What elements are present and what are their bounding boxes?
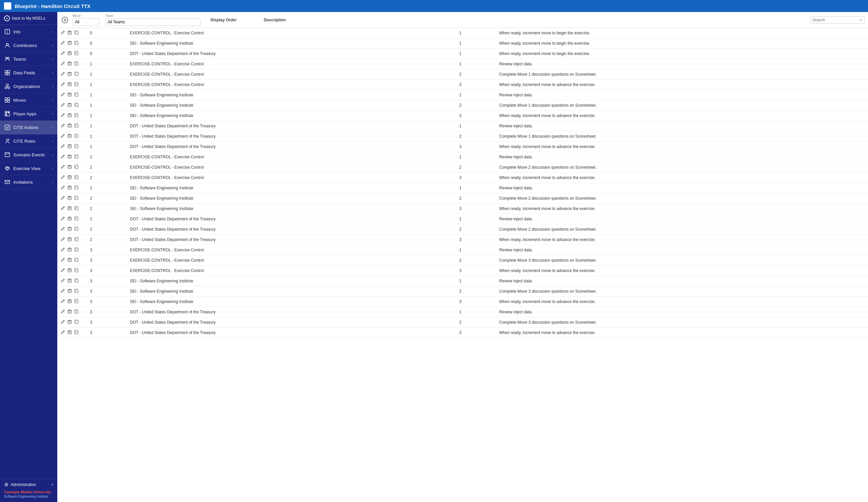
copy-icon[interactable] xyxy=(74,216,79,222)
copy-icon[interactable] xyxy=(74,174,79,181)
sidebar-item-scenario-events[interactable]: Scenario Events › xyxy=(0,148,57,162)
copy-icon[interactable] xyxy=(74,61,79,67)
edit-icon[interactable] xyxy=(60,195,65,202)
delete-icon[interactable] xyxy=(67,236,72,243)
copy-icon[interactable] xyxy=(74,164,79,171)
edit-icon[interactable] xyxy=(60,92,65,98)
copy-icon[interactable] xyxy=(74,92,79,98)
edit-icon[interactable] xyxy=(60,164,65,171)
delete-icon[interactable] xyxy=(67,40,72,47)
edit-icon[interactable] xyxy=(60,61,65,67)
copy-icon[interactable] xyxy=(74,30,79,36)
copy-icon[interactable] xyxy=(74,309,79,315)
copy-icon[interactable] xyxy=(74,81,79,88)
copy-icon[interactable] xyxy=(74,278,79,284)
copy-icon[interactable] xyxy=(74,288,79,295)
collapse-icon[interactable]: « xyxy=(51,483,53,486)
edit-icon[interactable] xyxy=(60,174,65,181)
delete-icon[interactable] xyxy=(67,92,72,98)
edit-icon[interactable] xyxy=(60,102,65,109)
delete-icon[interactable] xyxy=(67,267,72,274)
edit-icon[interactable] xyxy=(60,40,65,47)
copy-icon[interactable] xyxy=(74,143,79,150)
delete-icon[interactable] xyxy=(67,81,72,88)
move-filter-select[interactable]: All 0 1 2 3 xyxy=(73,18,99,26)
edit-icon[interactable] xyxy=(60,50,65,57)
delete-icon[interactable] xyxy=(67,205,72,212)
edit-icon[interactable] xyxy=(60,143,65,150)
delete-icon[interactable] xyxy=(67,329,72,336)
edit-icon[interactable] xyxy=(60,319,65,326)
copy-icon[interactable] xyxy=(74,298,79,305)
sidebar-item-info[interactable]: Info › xyxy=(0,25,57,39)
sidebar-item-teams[interactable]: Teams › xyxy=(0,52,57,66)
delete-icon[interactable] xyxy=(67,216,72,222)
delete-icon[interactable] xyxy=(67,288,72,295)
sidebar-item-data-fields[interactable]: Data Fields › xyxy=(0,66,57,80)
delete-icon[interactable] xyxy=(67,154,72,160)
sidebar-item-exercise-view[interactable]: Exercise View › xyxy=(0,162,57,175)
copy-icon[interactable] xyxy=(74,247,79,253)
search-input[interactable] xyxy=(813,18,859,22)
copy-icon[interactable] xyxy=(74,257,79,264)
delete-icon[interactable] xyxy=(67,30,72,36)
delete-icon[interactable] xyxy=(67,174,72,181)
delete-icon[interactable] xyxy=(67,50,72,57)
delete-icon[interactable] xyxy=(67,309,72,315)
edit-icon[interactable] xyxy=(60,278,65,284)
edit-icon[interactable] xyxy=(60,154,65,160)
administration-link[interactable]: Administration « xyxy=(4,482,53,487)
copy-icon[interactable] xyxy=(74,112,79,119)
search-clear-icon[interactable]: ✕ xyxy=(859,18,862,22)
delete-icon[interactable] xyxy=(67,164,72,171)
add-button[interactable] xyxy=(61,16,69,24)
copy-icon[interactable] xyxy=(74,185,79,191)
edit-icon[interactable] xyxy=(60,216,65,222)
copy-icon[interactable] xyxy=(74,267,79,274)
delete-icon[interactable] xyxy=(67,71,72,78)
team-filter-select[interactable]: All Teams EXERCISE-CONTROL - Exercise Co… xyxy=(105,18,200,26)
sidebar-item-moves[interactable]: Moves › xyxy=(0,93,57,107)
edit-icon[interactable] xyxy=(60,309,65,315)
copy-icon[interactable] xyxy=(74,123,79,129)
delete-icon[interactable] xyxy=(67,133,72,140)
sidebar-item-player-apps[interactable]: Player Apps › xyxy=(0,107,57,121)
copy-icon[interactable] xyxy=(74,154,79,160)
delete-icon[interactable] xyxy=(67,247,72,253)
delete-icon[interactable] xyxy=(67,319,72,326)
delete-icon[interactable] xyxy=(67,143,72,150)
edit-icon[interactable] xyxy=(60,226,65,233)
back-button[interactable]: ✕ back to My MSELs xyxy=(0,12,57,25)
copy-icon[interactable] xyxy=(74,319,79,326)
copy-icon[interactable] xyxy=(74,40,79,47)
edit-icon[interactable] xyxy=(60,30,65,36)
sidebar-item-invitations[interactable]: Invitations › xyxy=(0,175,57,189)
edit-icon[interactable] xyxy=(60,133,65,140)
copy-icon[interactable] xyxy=(74,50,79,57)
edit-icon[interactable] xyxy=(60,288,65,295)
delete-icon[interactable] xyxy=(67,195,72,202)
edit-icon[interactable] xyxy=(60,81,65,88)
delete-icon[interactable] xyxy=(67,298,72,305)
edit-icon[interactable] xyxy=(60,205,65,212)
sidebar-item-cite-actions[interactable]: CITE Actions › xyxy=(0,121,57,134)
delete-icon[interactable] xyxy=(67,102,72,109)
copy-icon[interactable] xyxy=(74,329,79,336)
edit-icon[interactable] xyxy=(60,329,65,336)
delete-icon[interactable] xyxy=(67,61,72,67)
copy-icon[interactable] xyxy=(74,205,79,212)
edit-icon[interactable] xyxy=(60,112,65,119)
edit-icon[interactable] xyxy=(60,247,65,253)
sidebar-item-organizations[interactable]: Organizations › xyxy=(0,80,57,93)
copy-icon[interactable] xyxy=(74,226,79,233)
edit-icon[interactable] xyxy=(60,236,65,243)
edit-icon[interactable] xyxy=(60,257,65,264)
edit-icon[interactable] xyxy=(60,298,65,305)
sidebar-item-contributors[interactable]: Contributors › xyxy=(0,39,57,52)
copy-icon[interactable] xyxy=(74,71,79,78)
delete-icon[interactable] xyxy=(67,123,72,129)
copy-icon[interactable] xyxy=(74,236,79,243)
delete-icon[interactable] xyxy=(67,278,72,284)
copy-icon[interactable] xyxy=(74,133,79,140)
delete-icon[interactable] xyxy=(67,112,72,119)
